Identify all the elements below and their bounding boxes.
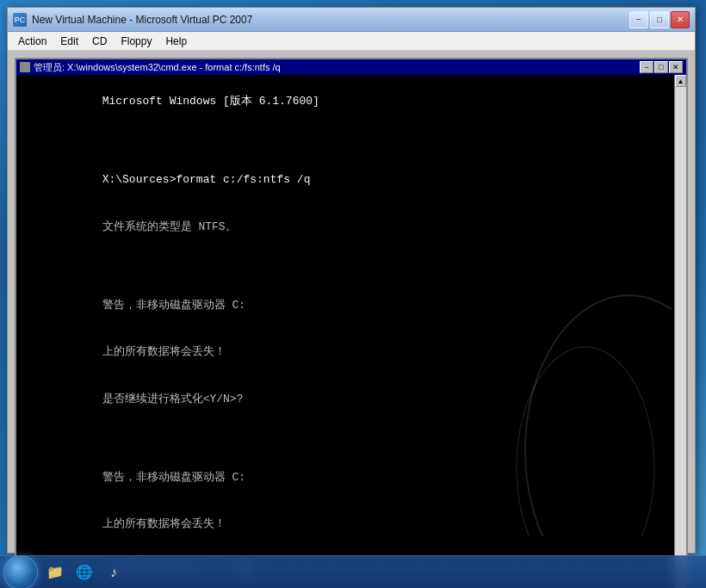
cmd-window: C 管理员: X:\windows\system32\cmd.exe - for… xyxy=(15,58,688,588)
taskbar-icons: 📁 🌐 ♪ xyxy=(41,559,127,586)
scroll-track[interactable] xyxy=(675,87,686,588)
decorative-swirl xyxy=(551,330,689,545)
cmd-maximize-button[interactable]: □ xyxy=(654,61,668,73)
cmd-title-left: C 管理员: X:\windows\system32\cmd.exe - for… xyxy=(20,61,281,74)
cmd-close-button[interactable]: ✕ xyxy=(669,61,683,73)
vpc-window-title: New Virtual Machine - Microsoft Virtual … xyxy=(32,14,629,26)
vpc-close-button[interactable]: ✕ xyxy=(671,11,690,28)
scroll-up-button[interactable]: ▲ xyxy=(675,75,686,87)
desktop: PC New Virtual Machine - Microsoft Virtu… xyxy=(0,0,706,588)
taskbar-icon-media[interactable]: ♪ xyxy=(100,559,127,586)
cmd-title-text: 管理员: X:\windows\system32\cmd.exe - forma… xyxy=(34,61,281,74)
vpc-main-window: PC New Virtual Machine - Microsoft Virtu… xyxy=(7,7,696,554)
cmd-vertical-scrollbar[interactable]: ▲ ▼ xyxy=(674,75,686,588)
start-button[interactable] xyxy=(3,555,38,589)
menu-edit[interactable]: Edit xyxy=(53,34,85,49)
cmd-title-buttons: − □ ✕ xyxy=(640,61,683,73)
taskbar: 📁 🌐 ♪ xyxy=(0,555,706,588)
menu-help[interactable]: Help xyxy=(158,34,194,49)
menu-cd[interactable]: CD xyxy=(85,34,114,49)
cmd-output: Microsoft Windows [版本 6.1.7600] X:\Sourc… xyxy=(22,78,671,588)
vpc-title-buttons: − □ ✕ xyxy=(629,11,690,28)
menu-floppy[interactable]: Floppy xyxy=(114,34,158,49)
vpc-menu-bar: Action Edit CD Floppy Help xyxy=(8,32,695,51)
vpc-minimize-button[interactable]: − xyxy=(629,11,648,28)
vpc-maximize-button[interactable]: □ xyxy=(650,11,669,28)
cmd-window-icon: C xyxy=(20,62,30,72)
vpc-title-bar: PC New Virtual Machine - Microsoft Virtu… xyxy=(8,8,695,32)
menu-action[interactable]: Action xyxy=(11,34,53,49)
taskbar-icon-folder[interactable]: 📁 xyxy=(41,559,69,586)
taskbar-icon-browser[interactable]: 🌐 xyxy=(71,559,98,586)
cmd-minimize-button[interactable]: − xyxy=(640,61,653,73)
cmd-content-area[interactable]: Microsoft Windows [版本 6.1.7600] X:\Sourc… xyxy=(16,75,686,588)
vpc-main-area: C 管理员: X:\windows\system32\cmd.exe - for… xyxy=(8,51,695,553)
vpc-window-icon: PC xyxy=(13,13,27,27)
cmd-title-bar: C 管理员: X:\windows\system32\cmd.exe - for… xyxy=(16,59,686,75)
